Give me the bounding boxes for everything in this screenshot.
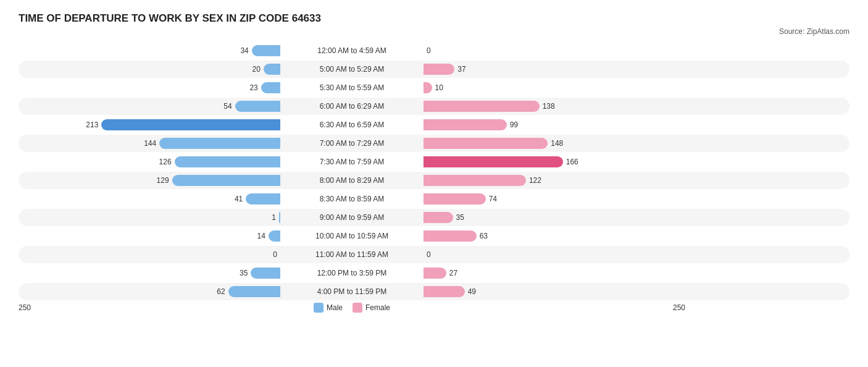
right-section: 35	[420, 209, 685, 226]
chart-row: 41 8:30 AM to 8:59 AM 74	[19, 190, 849, 208]
male-value: 41	[225, 195, 243, 203]
time-label: 6:30 AM to 6:59 AM	[284, 120, 420, 129]
female-bar	[424, 212, 453, 223]
male-bar	[279, 212, 280, 223]
female-value: 0	[427, 250, 444, 259]
chart-container: TIME OF DEPARTURE TO WORK BY SEX IN ZIP …	[19, 12, 849, 313]
female-bar-container: 138	[424, 101, 685, 112]
female-bar-container: 27	[424, 268, 685, 279]
right-section: 148	[420, 135, 685, 152]
male-bar-container: 41	[19, 193, 280, 205]
male-bar-container: 23	[19, 82, 280, 93]
female-bar	[424, 175, 526, 186]
right-section: 37	[420, 61, 685, 78]
chart-row: 14 10:00 AM to 10:59 AM 63	[19, 227, 849, 245]
female-bar-container: 74	[424, 193, 685, 205]
female-bar	[424, 64, 454, 75]
female-bar-container: 99	[424, 119, 685, 130]
time-label: 4:00 PM to 11:59 PM	[284, 287, 420, 296]
female-value: 0	[427, 46, 444, 55]
male-value: 213	[81, 120, 98, 129]
female-value: 74	[489, 195, 506, 203]
time-label: 12:00 PM to 3:59 PM	[284, 269, 420, 277]
female-bar-container: 0	[424, 249, 685, 260]
female-bar-container: 63	[424, 230, 685, 242]
time-label: 7:30 AM to 7:59 AM	[284, 158, 420, 166]
left-section: 213	[19, 116, 284, 133]
time-label: 6:00 AM to 6:29 AM	[284, 102, 420, 111]
female-bar	[424, 138, 548, 149]
male-bar	[269, 230, 280, 242]
left-section: 0	[19, 246, 284, 263]
left-section: 62	[19, 283, 284, 300]
time-label: 12:00 AM to 4:59 AM	[284, 46, 420, 55]
chart-title: TIME OF DEPARTURE TO WORK BY SEX IN ZIP …	[19, 12, 849, 25]
female-value: 49	[468, 287, 485, 296]
male-value: 129	[152, 176, 169, 185]
male-value: 34	[232, 46, 249, 55]
male-bar-container: 1	[19, 212, 280, 223]
female-bar-container: 35	[424, 212, 685, 223]
chart-area: 34 12:00 AM to 4:59 AM 0 20 5:00 AM to 5…	[19, 42, 849, 300]
female-bar	[424, 193, 486, 205]
time-label: 9:00 AM to 9:59 AM	[284, 213, 420, 222]
chart-row: 144 7:00 AM to 7:29 AM 148	[19, 135, 849, 152]
male-bar	[261, 82, 280, 93]
male-value: 0	[260, 250, 277, 259]
male-bar-container: 0	[19, 249, 280, 260]
female-bar	[424, 230, 477, 242]
left-section: 35	[19, 264, 284, 282]
legend-female: Female	[353, 303, 390, 313]
male-value: 23	[241, 83, 258, 92]
left-section: 20	[19, 61, 284, 78]
male-bar-container: 213	[19, 119, 280, 130]
male-bar	[159, 138, 280, 149]
male-value: 126	[154, 158, 172, 166]
right-section: 49	[420, 283, 685, 300]
male-bar	[246, 193, 280, 205]
chart-row: 129 8:00 AM to 8:29 AM 122	[19, 172, 849, 189]
male-bar-container: 14	[19, 230, 280, 242]
chart-row: 20 5:00 AM to 5:29 AM 37	[19, 61, 849, 78]
male-bar-container: 35	[19, 268, 280, 279]
axis-row: 250 Male Female 250	[19, 303, 849, 313]
male-value: 1	[259, 213, 276, 222]
female-value: 166	[566, 158, 583, 166]
left-section: 23	[19, 79, 284, 96]
male-bar-container: 62	[19, 286, 280, 297]
source-label: Source: ZipAtlas.com	[19, 27, 849, 36]
female-value: 27	[449, 269, 467, 277]
female-bar-container: 122	[424, 175, 685, 186]
female-bar	[424, 82, 432, 93]
right-section: 0	[420, 42, 685, 59]
female-value: 122	[529, 176, 546, 185]
male-value: 144	[139, 139, 156, 148]
legend-female-label: Female	[365, 303, 390, 312]
male-value: 20	[243, 65, 261, 74]
chart-row: 34 12:00 AM to 4:59 AM 0	[19, 42, 849, 59]
left-section: 14	[19, 227, 284, 245]
female-bar	[424, 156, 563, 167]
axis-right-label: 250	[420, 303, 685, 312]
male-value: 14	[248, 232, 265, 240]
left-section: 126	[19, 153, 284, 171]
male-value: 35	[230, 269, 248, 277]
female-bar-container: 37	[424, 64, 685, 75]
chart-row: 23 5:30 AM to 5:59 AM 10	[19, 79, 849, 96]
time-label: 7:00 AM to 7:29 AM	[284, 139, 420, 148]
left-section: 129	[19, 172, 284, 189]
female-value: 148	[551, 139, 568, 148]
chart-row: 213 6:30 AM to 6:59 AM 99	[19, 116, 849, 133]
axis-left-label: 250	[19, 303, 284, 312]
legend-male-label: Male	[327, 303, 343, 312]
female-value: 138	[543, 102, 560, 111]
legend-male-color	[314, 303, 323, 313]
male-bar-container: 34	[19, 45, 280, 56]
male-bar	[101, 119, 280, 130]
female-value: 37	[457, 65, 475, 74]
chart-row: 35 12:00 PM to 3:59 PM 27	[19, 264, 849, 282]
female-bar	[424, 268, 446, 279]
male-value: 62	[208, 287, 225, 296]
right-section: 166	[420, 153, 685, 171]
female-bar	[424, 286, 465, 297]
